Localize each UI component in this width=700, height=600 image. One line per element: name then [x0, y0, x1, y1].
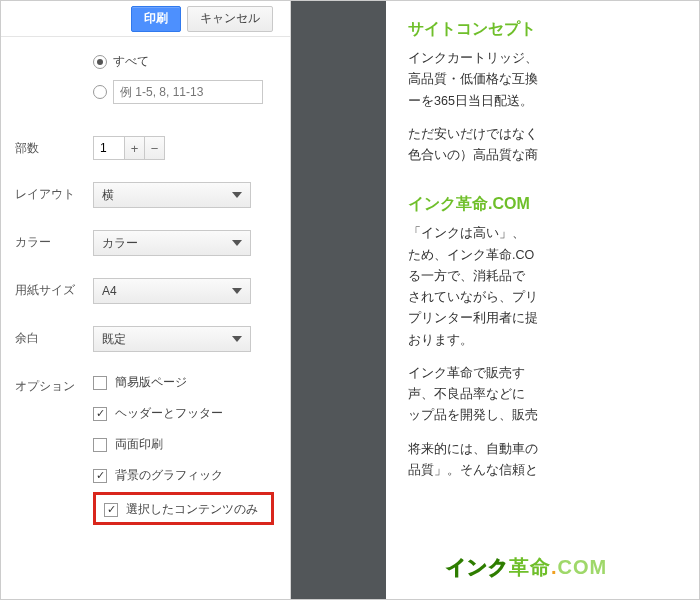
option-label: 簡易版ページ	[115, 374, 187, 391]
chevron-down-icon	[232, 336, 242, 342]
color-label: カラー	[15, 230, 93, 251]
copies-plus-button[interactable]: +	[125, 136, 145, 160]
option-checkbox[interactable]: 選択したコンテンツのみ	[104, 501, 263, 518]
pages-range-input[interactable]	[113, 80, 263, 104]
row-copies: 部数 + −	[15, 136, 274, 160]
copies-label: 部数	[15, 136, 93, 157]
radio-icon	[93, 85, 107, 99]
layout-value: 横	[102, 187, 114, 204]
options-label: オプション	[15, 374, 93, 395]
row-color: カラー カラー	[15, 230, 274, 256]
option-checkbox[interactable]: 簡易版ページ	[93, 374, 274, 391]
cancel-button[interactable]: キャンセル	[187, 6, 273, 32]
margin-value: 既定	[102, 331, 126, 348]
checkbox-icon	[93, 469, 107, 483]
layout-label: レイアウト	[15, 182, 93, 203]
layout-select[interactable]: 横	[93, 182, 251, 208]
print-settings-panel: 印刷 キャンセル すべて 部数	[1, 1, 291, 599]
option-checkbox[interactable]: ヘッダーとフッター	[93, 405, 274, 422]
preview-heading-1: サイトコンセプト	[408, 19, 699, 40]
copies-minus-button[interactable]: −	[145, 136, 165, 160]
option-checkbox[interactable]: 背景のグラフィック	[93, 467, 274, 484]
pages-range-option[interactable]	[93, 80, 274, 104]
panel-header: 印刷 キャンセル	[1, 1, 290, 37]
pages-label	[15, 53, 93, 57]
checkbox-icon	[93, 407, 107, 421]
row-paper: 用紙サイズ A4	[15, 278, 274, 304]
checkbox-icon	[104, 503, 118, 517]
copies-input[interactable]	[93, 136, 125, 160]
row-margin: 余白 既定	[15, 326, 274, 352]
brand-logo: インク革命.COM	[446, 554, 607, 581]
preview-text: インクカートリッジ、 高品質・低価格な互換 ーを365日当日配送。	[408, 48, 699, 112]
chevron-down-icon	[232, 240, 242, 246]
pages-all-label: すべて	[113, 53, 149, 70]
panel-body: すべて 部数 + −	[1, 37, 290, 541]
margin-select[interactable]: 既定	[93, 326, 251, 352]
preview-gutter	[291, 1, 386, 599]
highlighted-option: 選択したコンテンツのみ	[93, 492, 274, 525]
paper-label: 用紙サイズ	[15, 278, 93, 299]
paper-select[interactable]: A4	[93, 278, 251, 304]
row-layout: レイアウト 横	[15, 182, 274, 208]
option-label: ヘッダーとフッター	[115, 405, 223, 422]
preview-text: ただ安いだけではなく 色合いの）高品質な商	[408, 124, 699, 167]
option-checkbox[interactable]: 両面印刷	[93, 436, 274, 453]
option-label: 選択したコンテンツのみ	[126, 501, 258, 518]
checkbox-icon	[93, 376, 107, 390]
option-label: 背景のグラフィック	[115, 467, 223, 484]
radio-icon	[93, 55, 107, 69]
option-label: 両面印刷	[115, 436, 163, 453]
preview-heading-2: インク革命.COM	[408, 194, 699, 215]
preview-text: インク革命で販売す 声、不良品率などに ップ品を開発し、販売	[408, 363, 699, 427]
checkbox-icon	[93, 438, 107, 452]
copies-stepper[interactable]: + −	[93, 136, 274, 160]
print-button[interactable]: 印刷	[131, 6, 181, 32]
color-select[interactable]: カラー	[93, 230, 251, 256]
row-options: オプション 簡易版ページヘッダーとフッター両面印刷背景のグラフィック選択したコン…	[15, 374, 274, 525]
chevron-down-icon	[232, 288, 242, 294]
color-value: カラー	[102, 235, 138, 252]
chevron-down-icon	[232, 192, 242, 198]
paper-value: A4	[102, 284, 117, 298]
preview-text: 将来的には、自動車の 品質」。そんな信頼と	[408, 439, 699, 482]
row-pages: すべて	[15, 53, 274, 114]
preview-page: サイトコンセプト インクカートリッジ、 高品質・低価格な互換 ーを365日当日配…	[386, 1, 699, 599]
margin-label: 余白	[15, 326, 93, 347]
pages-all-option[interactable]: すべて	[93, 53, 274, 70]
print-dialog-window: 印刷 キャンセル すべて 部数	[0, 0, 700, 600]
preview-text: 「インクは高い」、 ため、インク革命.CO る一方で、消耗品で されていながら、…	[408, 223, 699, 351]
